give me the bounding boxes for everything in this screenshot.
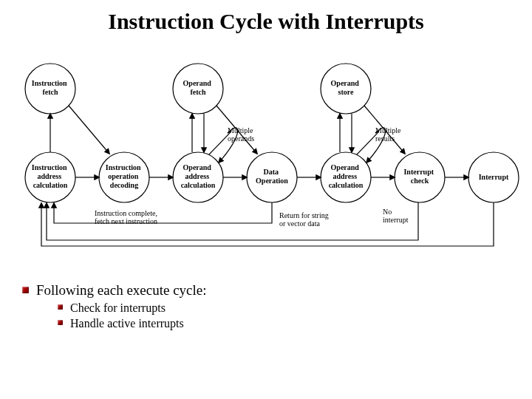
annotation-return-string: Return for string or vector data bbox=[279, 211, 330, 228]
bullet-icon bbox=[22, 287, 29, 293]
bullet-main: Following each execute cycle: bbox=[22, 281, 510, 300]
label-iod: Instruction operation decoding bbox=[106, 163, 143, 189]
node-operand-store: Operand store bbox=[321, 64, 371, 114]
node-interrupt: Interrupt bbox=[468, 152, 519, 202]
bullet-main-text: Following each execute cycle: bbox=[36, 281, 510, 300]
annotation-no-interrupt: No interrupt bbox=[383, 208, 409, 224]
node-instruction-fetch: Instruction fetch bbox=[25, 64, 75, 114]
node-data-operation: Data Operation bbox=[247, 152, 297, 202]
bullet-sub-2-text: Handle active interrupts bbox=[70, 316, 510, 332]
label-oac1: Operand address calculation bbox=[181, 163, 216, 189]
bullet-list: Following each execute cycle: Check for … bbox=[22, 281, 510, 332]
node-operand-address-calculation-2: Operand address calculation bbox=[321, 152, 371, 202]
node-operand-fetch: Operand fetch bbox=[173, 64, 223, 114]
page-title: Instruction Cycle with Interrupts bbox=[0, 9, 532, 34]
bullet-icon bbox=[58, 320, 63, 325]
bullet-sub-1: Check for interrupts bbox=[58, 300, 510, 316]
bullet-sub-2: Handle active interrupts bbox=[58, 316, 510, 332]
slide: Instruction Cycle with Interrupts Instru… bbox=[0, 0, 532, 399]
node-instruction-operation-decoding: Instruction operation decoding bbox=[99, 152, 149, 202]
node-instruction-address-calculation: Instruction address calculation bbox=[25, 152, 75, 202]
bullet-sub-1-text: Check for interrupts bbox=[70, 300, 510, 316]
edge-ifetch-iod bbox=[69, 106, 109, 154]
node-operand-address-calculation-1: Operand address calculation bbox=[173, 152, 223, 202]
instruction-cycle-diagram: Instruction fetch Operand fetch Operand … bbox=[6, 59, 526, 251]
annotation-multiple-operands-real: Multiple operands bbox=[228, 126, 255, 143]
bullet-icon bbox=[58, 304, 63, 310]
label-oac2: Operand address calculation bbox=[329, 163, 364, 189]
annotation-instruction-complete: Instruction complete, fetch next instruc… bbox=[95, 209, 159, 225]
node-interrupt-check: Interrupt check bbox=[395, 152, 445, 202]
edge-return-vector bbox=[54, 202, 272, 223]
label-interrupt: Interrupt bbox=[479, 173, 509, 181]
annotation-multiple-results: Multiple results bbox=[375, 126, 403, 143]
